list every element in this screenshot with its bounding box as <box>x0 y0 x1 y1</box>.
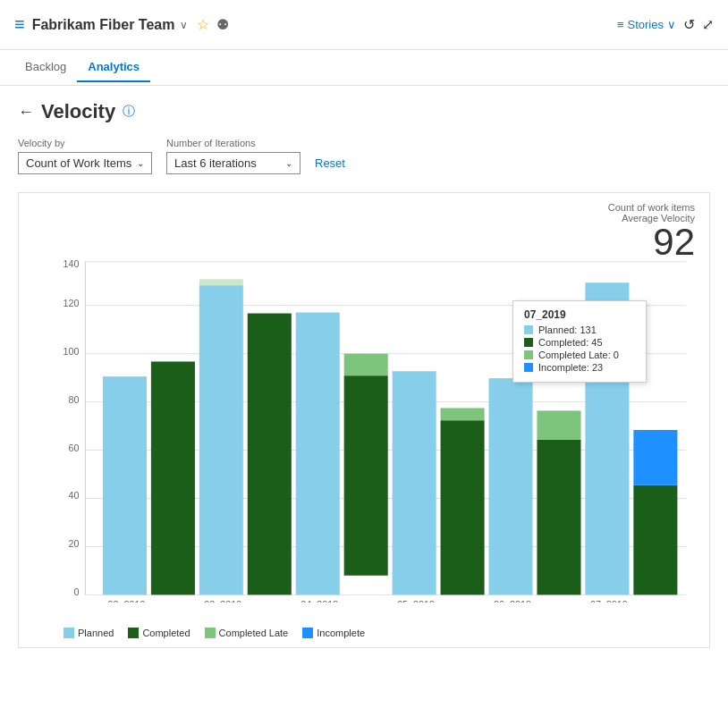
legend-completed-late-label: Completed Late <box>219 628 289 638</box>
count-label: Count of work items <box>608 202 695 213</box>
legend-planned-color <box>63 628 74 638</box>
bar-05-completed <box>441 420 485 594</box>
refresh-button[interactable]: ↺ <box>683 16 695 33</box>
bar-07-incomplete <box>633 430 677 485</box>
svg-text:60: 60 <box>68 442 79 453</box>
legend-completed-label: Completed <box>142 628 190 638</box>
velocity-by-value: Count of Work Items <box>26 156 131 170</box>
chart-legend: Planned Completed Completed Late Incompl… <box>63 628 365 638</box>
stories-label: Stories <box>628 18 664 31</box>
legend-planned-label: Planned <box>78 628 114 638</box>
tooltip-title: 07_2019 <box>524 308 635 321</box>
tab-backlog[interactable]: Backlog <box>14 53 77 82</box>
tooltip-row-completed-late: Completed Late: 0 <box>524 350 635 360</box>
help-icon[interactable]: ⓘ <box>123 104 135 120</box>
iterations-label: Number of Iterations <box>166 138 301 148</box>
bar-04-completed-late <box>344 354 388 376</box>
bar-03-completed-late-top <box>199 279 243 285</box>
header-right: ≡ Stories ∨ ↺ ⤢ <box>617 16 714 33</box>
bar-02-completed <box>151 361 195 594</box>
tooltip-incomplete-label: Incomplete: 23 <box>538 362 603 373</box>
svg-text:80: 80 <box>68 394 79 405</box>
bar-03-planned <box>199 285 243 594</box>
bar-06-completed-late <box>537 410 580 439</box>
tab-analytics[interactable]: Analytics <box>77 53 150 82</box>
svg-text:120: 120 <box>63 298 79 308</box>
svg-text:05_2019: 05_2019 <box>397 599 435 603</box>
page-title: Velocity <box>41 100 115 123</box>
svg-text:20: 20 <box>68 538 79 549</box>
legend-incomplete-label: Incomplete <box>317 628 365 638</box>
legend-completed-late: Completed Late <box>205 628 289 638</box>
tooltip-completed-label: Completed: 45 <box>538 337 603 348</box>
tooltip-row-incomplete: Incomplete: 23 <box>524 362 635 373</box>
bar-05-completed-late <box>441 408 485 420</box>
velocity-by-chevron-icon: ⌄ <box>137 158 144 168</box>
bar-06-completed <box>537 440 580 595</box>
tooltip-planned-color <box>524 325 533 334</box>
filters: Velocity by Count of Work Items ⌄ Number… <box>18 138 710 174</box>
page-header: ← Velocity ⓘ <box>18 100 710 123</box>
reset-button[interactable]: Reset <box>315 156 345 170</box>
svg-text:04_2019: 04_2019 <box>301 599 338 603</box>
bar-02-planned <box>103 376 147 594</box>
iterations-select[interactable]: Last 6 iterations ⌄ <box>166 152 301 174</box>
chart-tooltip: 07_2019 Planned: 131 Completed: 45 Compl… <box>512 300 647 383</box>
page-content: ← Velocity ⓘ Velocity by Count of Work I… <box>0 86 728 662</box>
bar-07-completed <box>633 485 677 595</box>
chart-area: Count of work items Average Velocity 92 … <box>18 192 710 648</box>
tooltip-planned-label: Planned: 131 <box>538 324 597 335</box>
legend-incomplete: Incomplete <box>302 628 365 638</box>
velocity-by-label: Velocity by <box>18 138 152 148</box>
svg-text:100: 100 <box>63 346 79 357</box>
bar-04-planned <box>296 313 340 595</box>
svg-text:06_2019: 06_2019 <box>494 599 531 603</box>
favorite-icon[interactable]: ☆ <box>197 16 209 33</box>
stories-button[interactable]: ≡ Stories ∨ <box>617 18 676 31</box>
stories-icon: ≡ <box>617 18 624 31</box>
tooltip-completed-late-label: Completed Late: 0 <box>538 350 619 360</box>
team-members-icon[interactable]: ⚉ <box>216 16 229 33</box>
tooltip-row-completed: Completed: 45 <box>524 337 635 348</box>
bar-05-planned <box>393 371 436 594</box>
app-icon: ≡ <box>14 14 25 35</box>
bar-04-completed <box>344 375 388 576</box>
bar-06-planned <box>489 378 533 594</box>
stories-chevron-icon: ∨ <box>667 18 676 31</box>
svg-text:140: 140 <box>63 258 79 269</box>
bar-03-completed <box>248 314 292 595</box>
chart-summary: Count of work items Average Velocity 92 <box>608 202 695 261</box>
legend-incomplete-color <box>302 628 313 638</box>
velocity-by-group: Velocity by Count of Work Items ⌄ <box>18 138 152 174</box>
svg-text:40: 40 <box>68 490 79 501</box>
nav-tabs: Backlog Analytics <box>0 50 728 86</box>
velocity-by-select[interactable]: Count of Work Items ⌄ <box>18 152 152 174</box>
tooltip-incomplete-color <box>524 363 533 372</box>
expand-button[interactable]: ⤢ <box>702 16 714 33</box>
tooltip-completed-color <box>524 338 533 347</box>
svg-text:0: 0 <box>73 586 79 597</box>
back-button[interactable]: ← <box>18 103 34 122</box>
tooltip-row-planned: Planned: 131 <box>524 324 635 335</box>
svg-text:02_2019: 02_2019 <box>107 599 145 603</box>
team-chevron-icon[interactable]: ∨ <box>180 19 188 31</box>
svg-text:07_2019: 07_2019 <box>590 599 628 603</box>
header: ≡ Fabrikam Fiber Team ∨ ☆ ⚉ ≡ Stories ∨ … <box>0 0 728 50</box>
svg-text:03_2019: 03_2019 <box>204 599 241 603</box>
legend-planned: Planned <box>63 628 114 638</box>
iterations-value: Last 6 iterations <box>174 156 257 170</box>
legend-completed: Completed <box>128 628 190 638</box>
iterations-chevron-icon: ⌄ <box>285 158 292 168</box>
legend-completed-color <box>128 628 139 638</box>
team-name: Fabrikam Fiber Team <box>32 17 175 33</box>
legend-completed-late-color <box>205 628 216 638</box>
iterations-group: Number of Iterations Last 6 iterations ⌄ <box>166 138 301 174</box>
tooltip-completed-late-color <box>524 350 533 359</box>
